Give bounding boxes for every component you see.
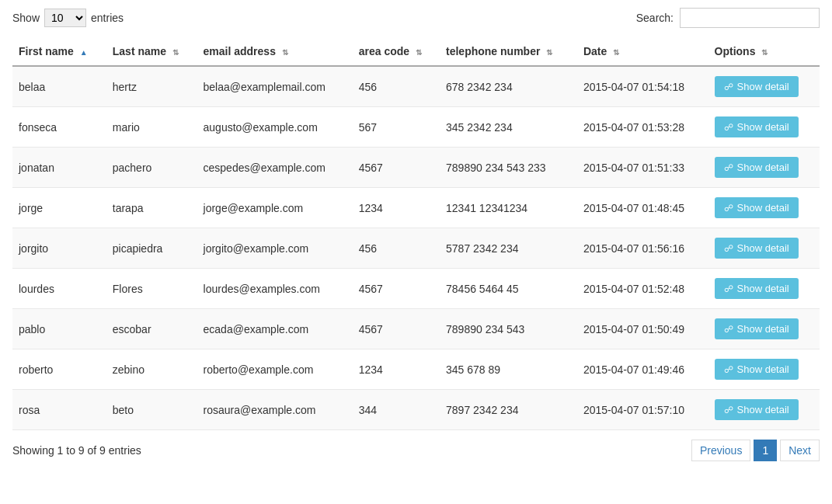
- table-row: jorgetarapajorge@example.com123412341 12…: [12, 188, 820, 228]
- table-row: fonsecamarioaugusto@example.com567345 23…: [12, 107, 820, 148]
- cell-areaCode: 1234: [353, 188, 440, 228]
- col-options[interactable]: Options: [708, 37, 820, 66]
- cell-telephone: 345 678 89: [440, 349, 577, 390]
- cell-lastName: tarapa: [106, 188, 197, 228]
- cell-firstName: roberto: [12, 349, 106, 390]
- cell-options: ☍ Show detail: [708, 148, 820, 188]
- col-telephone-label: telephone number: [446, 45, 540, 57]
- previous-button[interactable]: Previous: [691, 440, 750, 461]
- col-last-name-label: Last name: [113, 45, 166, 57]
- col-email-sort-icon: [282, 48, 288, 57]
- cell-options: ☍ Show detail: [708, 228, 820, 269]
- col-telephone-sort-icon: [546, 48, 552, 57]
- cell-email: jorgito@example.com: [197, 228, 353, 269]
- show-detail-icon: ☍: [724, 82, 733, 92]
- show-detail-button[interactable]: ☍ Show detail: [715, 359, 799, 380]
- cell-telephone: 78456 5464 45: [440, 269, 577, 309]
- show-label: Show: [12, 12, 40, 24]
- cell-telephone: 345 2342 234: [440, 107, 577, 148]
- cell-options: ☍ Show detail: [708, 269, 820, 309]
- top-bar: Show 5102550100 entries Search:: [12, 8, 820, 28]
- cell-telephone: 5787 2342 234: [440, 228, 577, 269]
- col-area-code-label: area code: [359, 45, 409, 57]
- cell-areaCode: 1234: [353, 349, 440, 390]
- col-email[interactable]: email address: [197, 37, 353, 66]
- show-detail-icon: ☍: [724, 283, 733, 294]
- page-1-button[interactable]: 1: [754, 440, 777, 461]
- show-detail-button[interactable]: ☍ Show detail: [715, 278, 799, 299]
- col-date-label: Date: [583, 45, 607, 57]
- table-body: belaahertzbelaa@examplemail.com456678 23…: [12, 66, 820, 430]
- cell-telephone: 7897 2342 234: [440, 390, 577, 430]
- table-row: jorgitopicapiedrajorgito@example.com4565…: [12, 228, 820, 269]
- col-last-name-sort-icon: [172, 48, 179, 57]
- show-detail-button[interactable]: ☍ Show detail: [715, 399, 799, 420]
- cell-lastName: Flores: [106, 269, 197, 309]
- cell-lastName: escobar: [106, 309, 197, 349]
- cell-areaCode: 344: [353, 390, 440, 430]
- col-date-sort-icon: [613, 48, 619, 57]
- cell-telephone: 789890 234 543 233: [440, 148, 577, 188]
- show-entries-control: Show 5102550100 entries: [12, 9, 124, 27]
- cell-lastName: pachero: [106, 148, 197, 188]
- cell-firstName: jorgito: [12, 228, 106, 269]
- cell-options: ☍ Show detail: [708, 188, 820, 228]
- cell-date: 2015-04-07 01:56:16: [577, 228, 708, 269]
- show-detail-button[interactable]: ☍ Show detail: [715, 238, 799, 259]
- cell-date: 2015-04-07 01:49:46: [577, 349, 708, 390]
- cell-areaCode: 4567: [353, 148, 440, 188]
- cell-date: 2015-04-07 01:53:28: [577, 107, 708, 148]
- next-button[interactable]: Next: [780, 440, 820, 461]
- show-detail-icon: ☍: [724, 243, 733, 254]
- data-table: First name Last name email address area …: [12, 37, 820, 430]
- col-telephone[interactable]: telephone number: [440, 37, 577, 66]
- col-date[interactable]: Date: [577, 37, 708, 66]
- table-header: First name Last name email address area …: [12, 37, 820, 66]
- cell-date: 2015-04-07 01:48:45: [577, 188, 708, 228]
- show-detail-button[interactable]: ☍ Show detail: [715, 318, 799, 339]
- cell-firstName: belaa: [12, 66, 106, 107]
- cell-firstName: rosa: [12, 390, 106, 430]
- entries-label: entries: [91, 12, 124, 24]
- show-detail-icon: ☍: [724, 324, 733, 335]
- show-detail-button[interactable]: ☍ Show detail: [715, 76, 799, 97]
- search-input[interactable]: [680, 8, 820, 28]
- cell-firstName: pablo: [12, 309, 106, 349]
- cell-areaCode: 4567: [353, 309, 440, 349]
- col-options-label: Options: [715, 45, 756, 57]
- header-row: First name Last name email address area …: [12, 37, 820, 66]
- show-detail-button[interactable]: ☍ Show detail: [715, 197, 799, 218]
- show-detail-icon: ☍: [724, 203, 733, 214]
- cell-email: rosaura@example.com: [197, 390, 353, 430]
- col-area-code[interactable]: area code: [353, 37, 440, 66]
- entries-select[interactable]: 5102550100: [44, 9, 86, 27]
- cell-areaCode: 567: [353, 107, 440, 148]
- cell-date: 2015-04-07 01:52:48: [577, 269, 708, 309]
- cell-areaCode: 456: [353, 66, 440, 107]
- show-detail-icon: ☍: [724, 364, 733, 375]
- cell-email: ecada@example.com: [197, 309, 353, 349]
- cell-email: roberto@example.com: [197, 349, 353, 390]
- col-last-name[interactable]: Last name: [106, 37, 197, 66]
- cell-date: 2015-04-07 01:54:18: [577, 66, 708, 107]
- show-detail-icon: ☍: [724, 405, 733, 415]
- showing-text: Showing 1 to 9 of 9 entries: [12, 444, 141, 457]
- cell-date: 2015-04-07 01:57:10: [577, 390, 708, 430]
- cell-areaCode: 456: [353, 228, 440, 269]
- col-options-sort-icon: [761, 48, 768, 57]
- cell-options: ☍ Show detail: [708, 309, 820, 349]
- cell-telephone: 678 2342 234: [440, 66, 577, 107]
- col-first-name[interactable]: First name: [12, 37, 106, 66]
- show-detail-button[interactable]: ☍ Show detail: [715, 157, 799, 178]
- cell-options: ☍ Show detail: [708, 390, 820, 430]
- footer-bar: Showing 1 to 9 of 9 entries Previous 1 N…: [12, 440, 820, 461]
- cell-telephone: 789890 234 543: [440, 309, 577, 349]
- show-detail-button[interactable]: ☍ Show detail: [715, 116, 799, 137]
- table-row: rosabetorosaura@example.com3447897 2342 …: [12, 390, 820, 430]
- cell-lastName: zebino: [106, 349, 197, 390]
- col-email-label: email address: [204, 45, 276, 57]
- table-row: lourdesFloreslourdes@examples.com4567784…: [12, 269, 820, 309]
- cell-firstName: jorge: [12, 188, 106, 228]
- pagination: Previous 1 Next: [691, 440, 820, 461]
- cell-firstName: jonatan: [12, 148, 106, 188]
